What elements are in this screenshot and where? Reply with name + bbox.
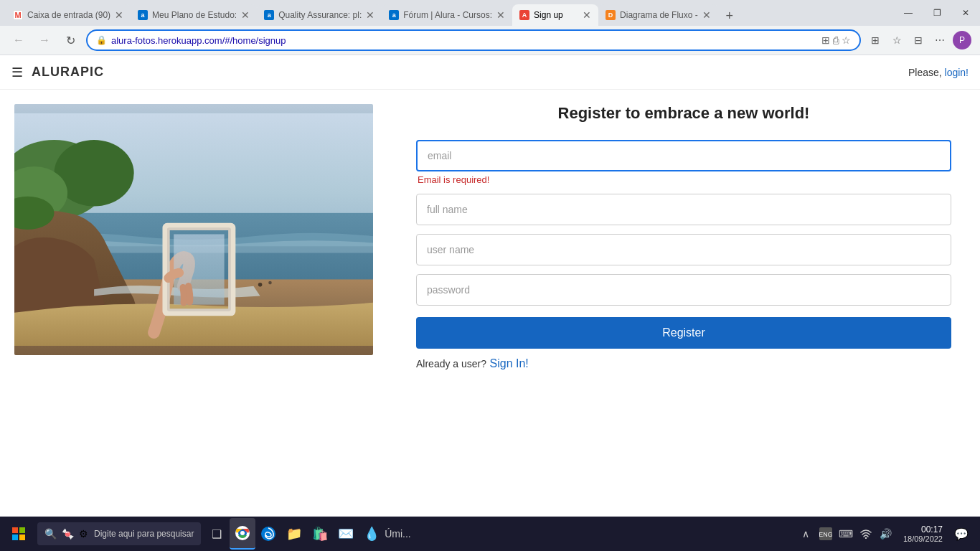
tab-bar: M Caixa de entrada (90) ✕ a Meu Plano de… [0, 0, 980, 26]
store-app-icon: 🛍️ [312, 526, 328, 542]
email-input[interactable] [416, 140, 951, 171]
tab-label-gmail: Caixa de entrada (90) [27, 10, 110, 20]
taskbar: 🔍 🍬 ⚙ Digite aqui para pesquisar ❑ [0, 517, 980, 551]
login-link[interactable]: login! [945, 67, 969, 78]
tab-favicon-quality: a [264, 10, 274, 20]
tab-label-diagrama: Diagrama de Fluxo - [620, 10, 698, 20]
task-view-button[interactable]: ❑ [204, 518, 230, 550]
up-arrow-icon[interactable]: ∧ [797, 525, 814, 542]
minimize-button[interactable]: — [894, 2, 923, 24]
app-header: ☰ ALURAPIC Please, login! [0, 55, 980, 90]
keyboard-icon[interactable]: ⌨ [837, 525, 854, 542]
wifi-icon[interactable] [857, 525, 875, 542]
tab-label-quality: Quality Assurance: pl: [278, 10, 362, 20]
edge-app[interactable] [255, 518, 281, 550]
droplet-app[interactable]: 💧 [359, 518, 385, 550]
hero-image [14, 104, 373, 355]
browser-right-icons: ⊞ ☆ ⊟ ⋯ P [867, 31, 971, 50]
beach-svg [14, 104, 373, 355]
tab-favicon-forum: a [389, 10, 399, 20]
start-button[interactable] [3, 518, 34, 550]
files-app[interactable]: 📁 [281, 518, 307, 550]
svg-point-17 [240, 531, 245, 535]
maximize-button[interactable]: ❐ [923, 2, 951, 24]
tab-close-meu-plano[interactable]: ✕ [241, 10, 250, 20]
notification-icon[interactable]: 💬 [951, 524, 971, 544]
tab-close-signup[interactable]: ✕ [583, 10, 591, 20]
password-input[interactable] [416, 274, 951, 306]
lock-icon: 🔒 [96, 35, 107, 45]
edge-app-icon [261, 527, 275, 541]
volume-icon[interactable]: 🔊 [877, 525, 895, 542]
signin-link[interactable]: Sign In! [490, 357, 529, 369]
tab-forum[interactable]: a Fórum | Alura - Cursos: ✕ [382, 4, 512, 26]
svg-text:ENG: ENG [819, 531, 832, 538]
taskbar-search[interactable]: 🔍 🍬 ⚙ Digite aqui para pesquisar [37, 522, 201, 545]
taskbar-search-text: Digite aqui para pesquisar [94, 529, 194, 539]
taskbar-search-icon: 🔍 [44, 528, 57, 540]
task-view-icon: ❑ [212, 527, 222, 541]
wifi-svg-icon [860, 529, 872, 539]
tab-label-forum: Fórum | Alura - Cursos: [403, 10, 492, 20]
form-title: Register to embrace a new world! [416, 104, 951, 123]
username-input[interactable] [416, 234, 951, 265]
svg-point-10 [268, 281, 272, 285]
tab-label-meu-plano: Meu Plano de Estudo: [152, 10, 237, 20]
tab-close-forum[interactable]: ✕ [496, 10, 505, 20]
taskbar-decoration-2: ⚙ [77, 527, 90, 540]
tab-close-quality[interactable]: ✕ [366, 10, 374, 20]
language-bar-icon[interactable]: ENG [817, 525, 834, 542]
tab-close-gmail[interactable]: ✕ [115, 10, 123, 20]
close-button[interactable]: ✕ [951, 2, 980, 24]
forward-button[interactable]: → [34, 30, 55, 50]
menu-icon[interactable]: ☰ [11, 65, 23, 80]
mail-app[interactable]: ✉️ [333, 518, 359, 550]
tab-quality[interactable]: a Quality Assurance: pl: ✕ [257, 4, 382, 26]
favorites-icon[interactable]: ☆ [888, 32, 905, 49]
svg-rect-11 [12, 527, 18, 533]
fullname-field-wrapper [416, 194, 951, 225]
svg-rect-14 [19, 534, 25, 540]
collections-icon[interactable]: ⊟ [910, 32, 927, 49]
store-app[interactable]: 🛍️ [307, 518, 333, 550]
tab-signup[interactable]: A Sign up ✕ [512, 4, 598, 26]
register-button[interactable]: Register [416, 317, 951, 349]
umi-app[interactable]: Úmi... [385, 518, 410, 550]
address-text: alura-fotos.herokuapp.com/#/home/signup [111, 35, 817, 46]
refresh-button[interactable]: ↻ [60, 30, 80, 50]
tab-favicon-meu-plano: a [138, 10, 148, 20]
browser-menu-icon[interactable]: ⋯ [931, 32, 948, 49]
form-section: Register to embrace a new world! Email i… [387, 90, 980, 517]
system-clock[interactable]: 00:17 18/09/2022 [897, 524, 948, 543]
fullname-input[interactable] [416, 194, 951, 225]
svg-rect-12 [19, 527, 25, 533]
tab-close-diagrama[interactable]: ✕ [702, 10, 711, 20]
profile-avatar[interactable]: P [953, 31, 971, 50]
header-right: Please, login! [908, 67, 969, 78]
svg-rect-13 [12, 534, 18, 540]
bookmark-icon[interactable]: ☆ [842, 34, 851, 46]
header-left: ☰ ALURAPIC [11, 65, 104, 80]
tab-favicon-diagrama: D [606, 10, 616, 20]
chrome-running-app[interactable] [230, 518, 255, 550]
address-icons: ⊞ ⎙ ☆ [821, 34, 851, 46]
password-field-wrapper [416, 274, 951, 306]
tab-diagrama[interactable]: D Diagrama de Fluxo - ✕ [598, 4, 718, 26]
mail-app-icon: ✉️ [338, 526, 354, 542]
back-button[interactable]: ← [9, 30, 29, 50]
share-icon[interactable]: ⎙ [833, 34, 839, 46]
files-app-icon: 📁 [286, 526, 302, 542]
login-prefix-text: Please, [908, 67, 942, 78]
extensions-icon[interactable]: ⊞ [867, 32, 884, 49]
new-tab-button[interactable]: + [720, 6, 740, 26]
taskbar-decoration-1: 🍬 [61, 527, 74, 540]
window-controls: — ❐ ✕ [894, 0, 980, 26]
tab-meu-plano[interactable]: a Meu Plano de Estudo: ✕ [131, 4, 257, 26]
svg-point-9 [258, 283, 263, 287]
address-bar-row: ← → ↻ 🔒 alura-fotos.herokuapp.com/#/home… [0, 26, 980, 55]
tab-label-signup: Sign up [534, 10, 578, 20]
address-bar[interactable]: 🔒 alura-fotos.herokuapp.com/#/home/signu… [86, 29, 861, 51]
tabs-area: M Caixa de entrada (90) ✕ a Meu Plano de… [0, 0, 894, 26]
tab-gmail[interactable]: M Caixa de entrada (90) ✕ [6, 4, 131, 26]
translate-icon[interactable]: ⊞ [821, 34, 830, 46]
